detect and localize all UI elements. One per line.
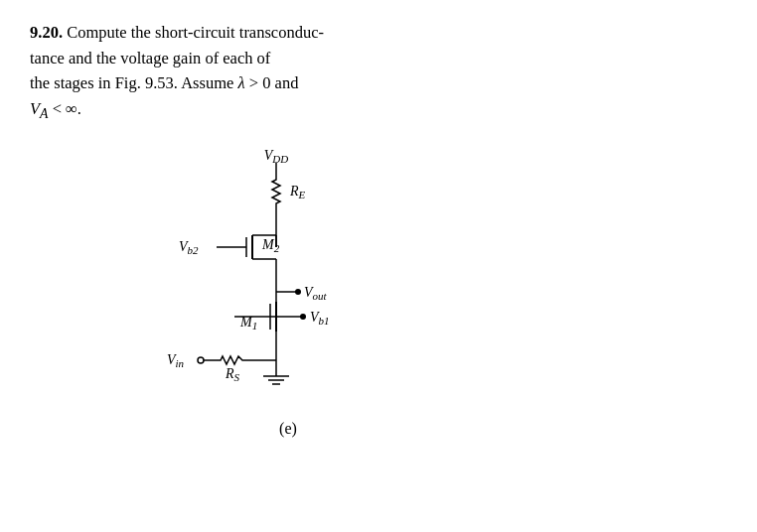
vout-label: Vout bbox=[304, 285, 328, 302]
rs-label: RS bbox=[225, 366, 240, 383]
svg-point-18 bbox=[198, 357, 204, 363]
re-label: RE bbox=[289, 184, 306, 200]
problem-text: 9.20. Compute the short-circuit transcon… bbox=[30, 20, 727, 124]
figure-caption: (e) bbox=[129, 420, 447, 438]
circuit-diagram: VDD RE Vb2 bbox=[129, 148, 447, 416]
vb2-label: Vb2 bbox=[179, 239, 199, 256]
vin-label: Vin bbox=[167, 352, 185, 369]
vdd-label: VDD bbox=[264, 148, 289, 165]
svg-point-16 bbox=[300, 314, 306, 320]
problem-number: 9.20. bbox=[30, 23, 63, 42]
vb1-label: Vb1 bbox=[310, 310, 330, 327]
m2-label: M2 bbox=[261, 237, 280, 254]
